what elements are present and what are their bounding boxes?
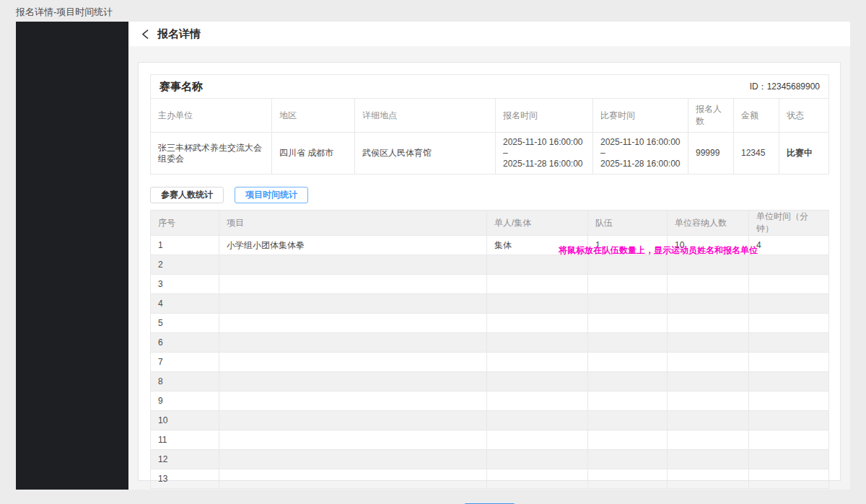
table-cell: 10 — [151, 411, 219, 430]
table-cell — [668, 430, 749, 450]
table-row: 3 — [151, 275, 829, 294]
detail-card: 赛事名称 ID：12345689900 主办单位 地区 详细地点 报名时间 比赛… — [138, 62, 841, 481]
column-header: 金额 — [734, 99, 779, 133]
table-cell — [219, 372, 487, 392]
region-cell: 四川省 成都市 — [272, 133, 355, 174]
table-cell: 7 — [151, 353, 219, 372]
table-cell — [668, 255, 749, 275]
event-value-row: 张三丰杯武术养生交流大会组委会 四川省 成都市 武侯区人民体育馆 2025-11… — [151, 133, 829, 174]
tab-project-time[interactable]: 项目时间统计 — [235, 187, 308, 203]
table-cell — [219, 450, 487, 469]
back-button[interactable] — [141, 29, 149, 40]
event-name: 赛事名称 — [159, 80, 203, 94]
table-row: 8 — [151, 372, 829, 392]
table-cell — [749, 294, 829, 314]
table-cell — [219, 333, 487, 353]
table-cell — [749, 450, 829, 469]
tab-bar: 参赛人数统计 项目时间统计 — [150, 187, 828, 203]
signup-time-cell: 2025-11-10 16:00:00 – 2025-11-28 16:00:0… — [496, 133, 593, 174]
column-header: 详细地点 — [355, 99, 496, 133]
table-cell — [749, 353, 829, 372]
table-cell — [219, 392, 487, 411]
table-cell: 2 — [151, 255, 219, 275]
app-window: 报名详情 赛事名称 ID：12345689900 主办单 — [16, 22, 850, 490]
page-title: 报名详情-项目时间统计 — [16, 6, 113, 19]
table-cell: 3 — [151, 275, 219, 294]
table-row: 1小学组小团体集体拳集体1104 — [151, 236, 829, 255]
table-cell — [219, 294, 487, 314]
column-header: 队伍 — [588, 211, 668, 236]
table-cell — [219, 314, 487, 333]
table-cell — [588, 450, 668, 469]
table-cell — [487, 275, 588, 294]
table-cell — [588, 469, 668, 489]
table-cell — [219, 275, 487, 294]
column-header: 单人/集体 — [487, 211, 588, 236]
table-cell — [749, 333, 829, 353]
table-cell — [588, 275, 668, 294]
table-cell — [588, 353, 668, 372]
column-header: 比赛时间 — [593, 99, 688, 133]
table-cell — [588, 411, 668, 430]
table-cell — [749, 275, 829, 294]
stats-table: 序号项目单人/集体队伍单位容纳人数单位时间（分钟） 1小学组小团体集体拳集体11… — [150, 210, 829, 489]
table-cell — [749, 430, 829, 450]
table-row: 13 — [151, 469, 829, 489]
table-cell — [749, 392, 829, 411]
table-cell — [487, 314, 588, 333]
table-row: 4 — [151, 294, 829, 314]
table-cell: 集体 — [487, 236, 588, 255]
table-cell — [749, 255, 829, 275]
table-cell — [219, 469, 487, 489]
table-cell — [487, 333, 588, 353]
column-header: 单位时间（分钟） — [749, 211, 829, 236]
organizer-cell: 张三丰杯武术养生交流大会组委会 — [151, 133, 272, 174]
table-cell — [668, 333, 749, 353]
stats-table-wrap: 序号项目单人/集体队伍单位容纳人数单位时间（分钟） 1小学组小团体集体拳集体11… — [150, 210, 828, 489]
table-row: 2 — [151, 255, 829, 275]
sidebar — [16, 22, 128, 490]
table-cell — [749, 314, 829, 333]
topbar: 报名详情 — [128, 22, 850, 46]
table-cell: 9 — [151, 392, 219, 411]
table-cell — [487, 430, 588, 450]
table-cell — [668, 314, 749, 333]
table-row: 6 — [151, 333, 829, 353]
table-cell — [487, 353, 588, 372]
table-cell — [219, 255, 487, 275]
table-row: 11 — [151, 430, 829, 450]
table-cell — [487, 255, 588, 275]
table-cell — [588, 430, 668, 450]
table-cell: 小学组小团体集体拳 — [219, 236, 487, 255]
topbar-title: 报名详情 — [157, 27, 201, 41]
venue-cell: 武侯区人民体育馆 — [355, 133, 496, 174]
table-cell — [668, 469, 749, 489]
table-cell — [219, 411, 487, 430]
column-header: 地区 — [272, 99, 355, 133]
main-content: 报名详情 赛事名称 ID：12345689900 主办单 — [128, 22, 850, 490]
table-cell — [668, 294, 749, 314]
event-id: ID：12345689900 — [750, 81, 820, 93]
table-cell — [588, 333, 668, 353]
table-row: 5 — [151, 314, 829, 333]
table-cell — [668, 372, 749, 392]
team-count-cell[interactable]: 1 — [588, 236, 668, 255]
table-cell: 11 — [151, 430, 219, 450]
table-cell: 10 — [668, 236, 749, 255]
column-header: 主办单位 — [151, 99, 272, 133]
event-header-row: 主办单位 地区 详细地点 报名时间 比赛时间 报名人数 金额 状态 — [151, 99, 829, 133]
table-cell — [487, 392, 588, 411]
table-cell — [588, 392, 668, 411]
table-cell — [487, 469, 588, 489]
tab-participant-count[interactable]: 参赛人数统计 — [150, 187, 224, 203]
table-row: 10 — [151, 411, 829, 430]
table-cell: 5 — [151, 314, 219, 333]
column-header: 单位容纳人数 — [668, 211, 749, 236]
table-cell — [588, 255, 668, 275]
signup-count-cell: 99999 — [688, 133, 734, 174]
table-cell — [749, 469, 829, 489]
table-cell: 4 — [749, 236, 829, 255]
table-cell — [487, 372, 588, 392]
table-cell — [487, 411, 588, 430]
table-cell — [219, 430, 487, 450]
